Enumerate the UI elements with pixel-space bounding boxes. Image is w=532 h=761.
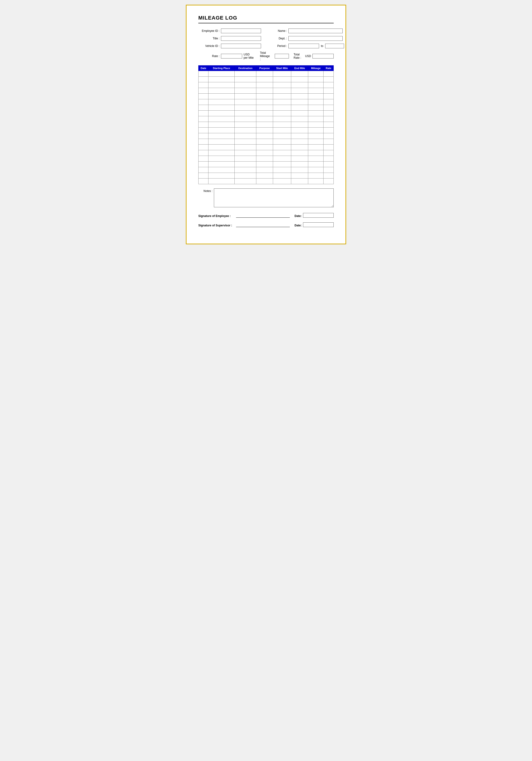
table-cell[interactable]: [199, 150, 208, 156]
table-cell[interactable]: [235, 88, 256, 93]
table-cell[interactable]: [308, 116, 324, 122]
table-cell[interactable]: [256, 77, 273, 82]
table-cell[interactable]: [324, 99, 334, 105]
table-cell[interactable]: [324, 161, 334, 167]
table-cell[interactable]: [208, 111, 235, 116]
table-cell[interactable]: [235, 145, 256, 150]
notes-input[interactable]: [214, 188, 334, 207]
table-cell[interactable]: [256, 133, 273, 139]
table-cell[interactable]: [291, 173, 308, 179]
table-cell[interactable]: [291, 139, 308, 145]
table-cell[interactable]: [291, 99, 308, 105]
table-cell[interactable]: [235, 173, 256, 179]
table-cell[interactable]: [235, 111, 256, 116]
table-cell[interactable]: [199, 105, 208, 111]
table-cell[interactable]: [235, 105, 256, 111]
employee-date-input[interactable]: [303, 213, 334, 218]
vehicle-id-input[interactable]: [221, 44, 261, 48]
table-cell[interactable]: [308, 150, 324, 156]
table-cell[interactable]: [273, 139, 291, 145]
table-cell[interactable]: [208, 122, 235, 128]
table-cell[interactable]: [291, 156, 308, 161]
table-cell[interactable]: [324, 105, 334, 111]
table-cell[interactable]: [208, 145, 235, 150]
table-cell[interactable]: [199, 133, 208, 139]
table-cell[interactable]: [308, 93, 324, 99]
table-cell[interactable]: [256, 128, 273, 133]
table-cell[interactable]: [291, 179, 308, 184]
table-cell[interactable]: [235, 82, 256, 88]
table-cell[interactable]: [256, 105, 273, 111]
table-cell[interactable]: [208, 71, 235, 77]
table-cell[interactable]: [324, 133, 334, 139]
period-end-input[interactable]: [325, 44, 344, 48]
table-cell[interactable]: [235, 128, 256, 133]
table-cell[interactable]: [308, 77, 324, 82]
table-cell[interactable]: [235, 133, 256, 139]
table-cell[interactable]: [256, 99, 273, 105]
table-cell[interactable]: [308, 88, 324, 93]
table-cell[interactable]: [308, 167, 324, 173]
table-cell[interactable]: [308, 179, 324, 184]
table-cell[interactable]: [208, 133, 235, 139]
table-cell[interactable]: [291, 82, 308, 88]
table-cell[interactable]: [199, 71, 208, 77]
table-cell[interactable]: [256, 161, 273, 167]
table-cell[interactable]: [324, 111, 334, 116]
table-cell[interactable]: [235, 122, 256, 128]
table-cell[interactable]: [291, 161, 308, 167]
table-cell[interactable]: [235, 167, 256, 173]
table-cell[interactable]: [291, 128, 308, 133]
table-cell[interactable]: [273, 77, 291, 82]
table-cell[interactable]: [273, 156, 291, 161]
period-start-input[interactable]: [288, 44, 319, 48]
table-cell[interactable]: [256, 93, 273, 99]
table-cell[interactable]: [208, 173, 235, 179]
table-cell[interactable]: [308, 145, 324, 150]
table-cell[interactable]: [308, 82, 324, 88]
table-cell[interactable]: [208, 77, 235, 82]
table-cell[interactable]: [235, 93, 256, 99]
table-cell[interactable]: [199, 77, 208, 82]
table-cell[interactable]: [256, 82, 273, 88]
table-cell[interactable]: [273, 99, 291, 105]
table-cell[interactable]: [256, 88, 273, 93]
table-cell[interactable]: [256, 179, 273, 184]
table-cell[interactable]: [273, 82, 291, 88]
table-cell[interactable]: [324, 93, 334, 99]
table-cell[interactable]: [308, 156, 324, 161]
table-cell[interactable]: [199, 167, 208, 173]
table-cell[interactable]: [235, 116, 256, 122]
table-cell[interactable]: [273, 88, 291, 93]
table-cell[interactable]: [324, 71, 334, 77]
table-cell[interactable]: [273, 122, 291, 128]
table-cell[interactable]: [308, 133, 324, 139]
table-cell[interactable]: [273, 71, 291, 77]
table-cell[interactable]: [308, 173, 324, 179]
table-cell[interactable]: [308, 128, 324, 133]
table-cell[interactable]: [324, 122, 334, 128]
table-cell[interactable]: [199, 82, 208, 88]
table-cell[interactable]: [291, 77, 308, 82]
table-cell[interactable]: [256, 71, 273, 77]
table-cell[interactable]: [273, 150, 291, 156]
table-cell[interactable]: [324, 88, 334, 93]
table-cell[interactable]: [308, 105, 324, 111]
table-cell[interactable]: [308, 111, 324, 116]
table-cell[interactable]: [291, 111, 308, 116]
table-cell[interactable]: [291, 167, 308, 173]
table-cell[interactable]: [291, 145, 308, 150]
table-cell[interactable]: [273, 161, 291, 167]
table-cell[interactable]: [208, 116, 235, 122]
table-cell[interactable]: [324, 139, 334, 145]
table-cell[interactable]: [256, 145, 273, 150]
table-cell[interactable]: [291, 122, 308, 128]
table-cell[interactable]: [208, 93, 235, 99]
table-cell[interactable]: [324, 128, 334, 133]
table-cell[interactable]: [273, 105, 291, 111]
table-cell[interactable]: [208, 88, 235, 93]
table-cell[interactable]: [273, 173, 291, 179]
table-cell[interactable]: [291, 93, 308, 99]
table-cell[interactable]: [199, 128, 208, 133]
table-cell[interactable]: [308, 161, 324, 167]
